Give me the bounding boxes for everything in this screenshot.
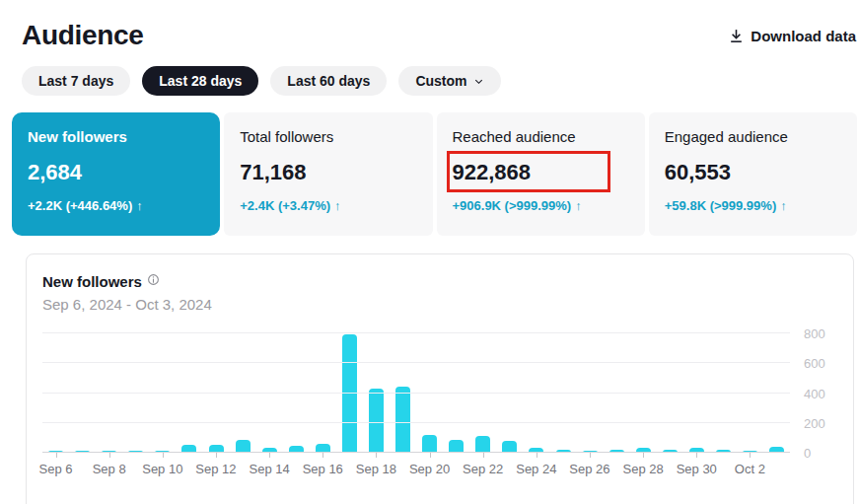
stat-label: Reached audience — [453, 128, 629, 145]
bar-slot — [496, 333, 523, 453]
bar-sep-18[interactable] — [369, 389, 384, 453]
bar-slot — [310, 333, 336, 453]
download-data-button[interactable]: Download data — [728, 28, 856, 44]
download-icon — [728, 28, 745, 44]
tab-label: Last 28 days — [159, 73, 242, 89]
stat-label: Total followers — [240, 128, 416, 145]
x-axis-label: Oct 2 — [735, 462, 765, 476]
bar-slot — [737, 333, 763, 453]
stat-change: +2.4K (+3.47%) ↑ — [240, 198, 416, 213]
x-axis-label: Sep 14 — [249, 462, 289, 476]
x-axis-label: Sep 18 — [356, 462, 396, 476]
info-icon[interactable] — [147, 272, 160, 290]
stat-value: 922,868 — [453, 160, 532, 185]
tab-last-60-days[interactable]: Last 60 days — [270, 66, 387, 96]
bar-slot — [69, 333, 96, 453]
bar-chart: 0200400600800 Sep 6Sep 8Sep 10Sep 12Sep … — [42, 333, 837, 476]
x-axis-label: Sep 30 — [677, 462, 717, 476]
up-arrow-icon: ↑ — [136, 198, 143, 213]
stat-card-total-followers[interactable]: Total followers 71,168 +2.4K (+3.47%) ↑ — [224, 112, 432, 236]
chart-date-range: Sep 6, 2024 - Oct 3, 2024 — [42, 296, 837, 313]
bars-container — [42, 333, 790, 453]
gridline — [42, 393, 790, 394]
bar-slot — [363, 333, 390, 453]
tab-custom[interactable]: Custom — [398, 66, 500, 96]
x-axis-label: Sep 8 — [93, 462, 126, 476]
bar-slot — [202, 333, 229, 453]
up-arrow-icon: ↑ — [334, 198, 341, 213]
bar-slot — [256, 333, 283, 453]
stat-card-engaged-audience[interactable]: Engaged audience 60,553 +59.8K (>999.99%… — [649, 112, 857, 236]
bar-slot — [630, 333, 657, 453]
bar-slot — [42, 333, 69, 453]
gridline — [42, 362, 790, 363]
gridline — [42, 422, 790, 423]
chart-title: New followers — [42, 273, 142, 290]
stat-label: New followers — [28, 128, 204, 145]
bar-sep-19[interactable] — [395, 387, 410, 453]
tab-last-28-days[interactable]: Last 28 days — [142, 66, 258, 96]
bar-chart-plot: 0200400600800 — [42, 333, 790, 453]
stat-change: +2.2K (+446.64%) ↑ — [28, 198, 204, 213]
bar-slot — [230, 333, 256, 453]
bar-slot — [443, 333, 469, 453]
stat-change: +906.9K (>999.99%) ↑ — [453, 198, 629, 213]
bar-slot — [710, 333, 737, 453]
tab-label: Custom — [415, 73, 466, 89]
page-header: Audience Download data — [22, 20, 856, 51]
bar-slot — [523, 333, 549, 453]
bar-slot — [763, 333, 790, 453]
download-data-label: Download data — [751, 28, 856, 44]
bar-sep-22[interactable] — [475, 436, 490, 453]
stat-change-text: +2.2K (+446.64%) — [28, 198, 132, 213]
x-axis-label: Sep 10 — [142, 462, 182, 476]
bar-slot — [390, 333, 416, 453]
stat-value: 71,168 — [240, 160, 306, 185]
tab-label: Last 7 days — [38, 73, 113, 89]
tab-last-7-days[interactable]: Last 7 days — [22, 66, 130, 96]
y-axis-label: 800 — [804, 326, 825, 341]
chart-card: New followers Sep 6, 2024 - Oct 3, 2024 … — [26, 253, 854, 504]
x-axis: Sep 6Sep 8Sep 10Sep 12Sep 14Sep 16Sep 18… — [42, 453, 790, 476]
y-axis-label: 600 — [804, 356, 825, 371]
x-axis-label: Sep 28 — [622, 462, 663, 476]
stat-label: Engaged audience — [665, 128, 841, 145]
bar-slot — [683, 333, 710, 453]
bar-sep-21[interactable] — [449, 440, 464, 453]
stat-card-reached-audience[interactable]: Reached audience 922,868 +906.9K (>999.9… — [437, 112, 645, 236]
y-axis-label: 400 — [804, 386, 825, 400]
stat-card-new-followers[interactable]: New followers 2,684 +2.2K (+446.64%) ↑ — [12, 112, 220, 236]
bar-sep-20[interactable] — [422, 435, 437, 453]
stat-change: +59.8K (>999.99%) ↑ — [665, 198, 841, 213]
x-axis-label: Sep 26 — [569, 462, 609, 476]
stat-change-text: +906.9K (>999.99%) — [453, 198, 572, 213]
chevron-down-icon — [473, 76, 484, 87]
stat-cards: New followers 2,684 +2.2K (+446.64%) ↑ T… — [12, 112, 857, 236]
y-axis: 0200400600800 — [790, 333, 835, 453]
bar-slot — [149, 333, 176, 453]
bar-sep-17[interactable] — [342, 334, 357, 453]
bar-slot — [283, 333, 310, 453]
bar-slot — [577, 333, 604, 453]
x-axis-label: Sep 12 — [195, 462, 236, 476]
stat-value: 2,684 — [28, 160, 82, 185]
stat-change-text: +2.4K (+3.47%) — [240, 198, 330, 213]
up-arrow-icon: ↑ — [780, 198, 787, 213]
y-axis-label: 200 — [804, 415, 825, 430]
bar-slot — [122, 333, 149, 453]
x-axis-label: Sep 16 — [303, 462, 343, 476]
x-axis-label: Sep 22 — [463, 462, 503, 476]
x-axis-label: Sep 20 — [409, 462, 450, 476]
tab-label: Last 60 days — [287, 73, 370, 89]
bar-slot — [469, 333, 496, 453]
bar-slot — [604, 333, 630, 453]
bar-slot — [176, 333, 202, 453]
bar-slot — [416, 333, 443, 453]
y-axis-label: 0 — [804, 446, 811, 461]
page-title: Audience — [22, 20, 144, 51]
stat-value: 60,553 — [665, 160, 731, 185]
x-axis-label: Sep 24 — [516, 462, 556, 476]
bar-slot — [549, 333, 576, 453]
date-range-tabs: Last 7 days Last 28 days Last 60 days Cu… — [22, 66, 859, 96]
gridline — [42, 332, 790, 333]
